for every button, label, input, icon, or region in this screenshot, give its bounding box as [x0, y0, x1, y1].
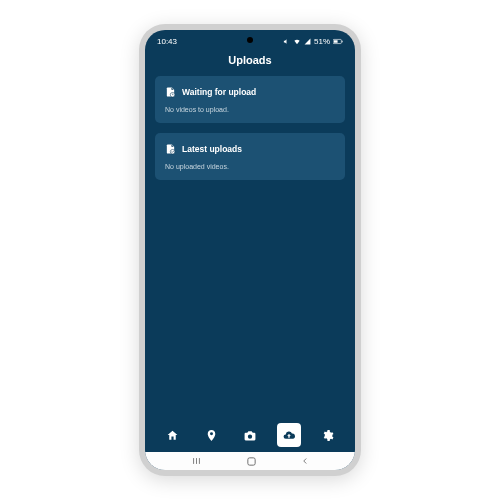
phone-frame: 10:43 51% Uploads Waiting	[139, 24, 361, 476]
wifi-icon	[293, 38, 301, 45]
signal-icon	[304, 38, 311, 45]
latest-card-header: Latest uploads	[165, 143, 335, 155]
svg-rect-1	[334, 40, 338, 43]
file-check-icon	[165, 143, 176, 155]
home-icon	[166, 429, 179, 442]
nav-home[interactable]	[160, 423, 184, 447]
system-nav	[145, 452, 355, 470]
bottom-nav	[145, 418, 355, 452]
waiting-upload-card[interactable]: Waiting for upload No videos to upload.	[155, 76, 345, 123]
home-circle-icon	[246, 456, 257, 467]
camera-hole	[247, 37, 253, 43]
waiting-card-header: Waiting for upload	[165, 86, 335, 98]
camera-icon	[243, 429, 257, 442]
sys-back[interactable]	[300, 456, 310, 466]
status-time: 10:43	[157, 37, 177, 46]
waiting-subtitle: No videos to upload.	[165, 106, 335, 113]
file-clock-icon	[165, 86, 176, 98]
location-pin-icon	[205, 429, 218, 442]
battery-icon	[333, 38, 343, 45]
recents-icon	[190, 456, 203, 466]
sys-recents[interactable]	[190, 456, 203, 466]
status-icons: 51%	[283, 37, 343, 46]
page-title: Uploads	[145, 50, 355, 76]
nav-settings[interactable]	[316, 423, 340, 447]
battery-text: 51%	[314, 37, 330, 46]
content: Waiting for upload No videos to upload. …	[145, 76, 355, 418]
back-icon	[300, 456, 310, 466]
sound-icon	[283, 38, 290, 45]
latest-title: Latest uploads	[182, 144, 242, 154]
sys-home[interactable]	[246, 456, 257, 467]
waiting-title: Waiting for upload	[182, 87, 256, 97]
nav-location[interactable]	[199, 423, 223, 447]
latest-subtitle: No uploaded videos.	[165, 163, 335, 170]
gear-icon	[321, 429, 334, 442]
latest-uploads-card[interactable]: Latest uploads No uploaded videos.	[155, 133, 345, 180]
nav-camera[interactable]	[238, 423, 262, 447]
nav-upload[interactable]	[277, 423, 301, 447]
cloud-upload-icon	[282, 429, 296, 442]
svg-rect-8	[248, 457, 255, 464]
svg-rect-2	[342, 40, 343, 42]
screen: 10:43 51% Uploads Waiting	[145, 30, 355, 470]
